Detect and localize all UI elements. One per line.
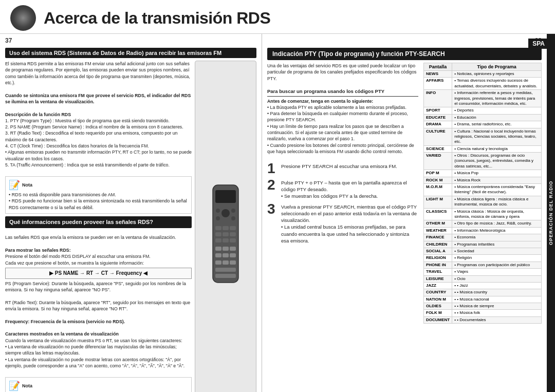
section2-cada-vez: Cada vez que presione el botón, se muest… [5, 260, 192, 266]
pty-code: INFO [424, 90, 452, 107]
svg-rect-12 [230, 232, 236, 236]
svg-rect-16 [215, 247, 221, 251]
antes-item0: • La Búsqueda PTY es aplicable solamente… [267, 104, 418, 110]
pty-table-row: FINANCE• Economía [424, 234, 542, 241]
pty-code: POP M [424, 170, 452, 177]
pty-table-row: CLASSICS• Música clásica : Música de orq… [424, 208, 542, 220]
pty-desc: • Música contemporánea considerada "Easy… [452, 184, 542, 196]
pty-desc: • Religión [452, 255, 542, 262]
svg-rect-8 [223, 226, 229, 230]
pty-desc: • Información Meteorológica [452, 227, 542, 234]
formula-arrow: ▶ [49, 270, 53, 276]
pty-code: OLDIES [424, 303, 452, 310]
pty-table-row: VARIED• Otros : Discursos, programas de … [424, 153, 542, 170]
section2-char-item1: • La ventana de visualización no puede d… [5, 344, 192, 357]
pty-code: COUNTRY [424, 289, 452, 296]
pty-desc: • • Música de siempre [452, 303, 542, 310]
pty-code: TRAVEL [424, 269, 452, 275]
pty-desc: • Viajes [452, 269, 542, 275]
pty-code: CULTURE [424, 128, 452, 145]
pty-table-row: FOLK M• • Música folk [424, 310, 542, 316]
pty-table-container: Pantalla Tipo de Programa NEWS• Noticias… [423, 63, 542, 389]
pty-table-row: M.O.R.M• Música contemporánea considerad… [424, 184, 542, 196]
page-number-right: 38 [267, 37, 542, 44]
section2-char-item2: • La ventana de visualización no puede m… [5, 357, 192, 369]
pty-table-row: SPORT• Deportes [424, 107, 542, 114]
operation-label: OPERACIÓN DEL RADIO [547, 34, 555, 392]
nota2-box: 📝 Nota En caso de que se interrumpa la b… [5, 377, 192, 392]
spa-badge: SPA [528, 39, 549, 49]
pty-desc: • Temas diversos incluyendo sucesos de a… [452, 78, 542, 90]
page-title: Acerca de la transmisión RDS [44, 9, 270, 28]
pty-code: LEISURE [424, 275, 452, 282]
svg-rect-1 [215, 190, 236, 203]
nota2-icon: 📝 [9, 380, 20, 392]
pty-code: CLASSICS [424, 208, 452, 220]
pty-desc: • Música Rock [452, 177, 542, 183]
pty-table-row: INFO• Información referente a pesos y me… [424, 90, 542, 107]
svg-rect-10 [215, 232, 221, 236]
pty-table-row: RELIGION• Religión [424, 255, 542, 262]
step2: 2 Pulse PTY + o PTY – hasta que en la pa… [267, 178, 418, 200]
pty-desc: • Economía [452, 234, 542, 241]
pty-code: DOCUMENT [424, 316, 452, 323]
section1-header: Uso del sistema RDS (Sistema de Datos de… [5, 48, 256, 58]
logo-icon [10, 5, 36, 31]
pty-desc: • Música clásica : Música de orquesta, s… [452, 208, 542, 220]
right-main-content: Una de las ventajas del servicio RDS es … [267, 63, 418, 389]
pty-table-row: NATION M• • Música nacional [424, 296, 542, 303]
nota1-icon: 📝 [9, 179, 20, 192]
section1-intro: El sistema RDS permite a las emisoras FM… [5, 61, 192, 86]
pty-desc: • Sociedad [452, 248, 542, 254]
formula-box: ▶ PS NAME → RT → CT → Frequency ◀ [5, 268, 192, 279]
page-header: Acerca de la transmisión RDS [0, 0, 555, 34]
pty-col-pantalla: Pantalla [424, 63, 452, 71]
pty-table-row: DOCUMENT• • Documentales [424, 316, 542, 323]
pty-table-row: CHILDREN• Programas infantiles [424, 241, 542, 248]
svg-rect-22 [215, 260, 221, 265]
pty-table-row: OTHER M• Otro tipo de música : Jazz, R&B… [424, 220, 542, 227]
section2-caracteres-text: Cuando la ventana de visualización muest… [5, 338, 192, 344]
svg-rect-26 [215, 274, 236, 278]
section1-content: El sistema RDS permite a las emisoras FM… [5, 61, 192, 392]
pty-table-row: WEATHER• Información Meteorológica [424, 227, 542, 234]
pty-table-row: SCIENCE• Ciencia natural y tecnología [424, 145, 542, 152]
svg-rect-19 [215, 253, 221, 257]
formula-arrow2: ◀ [143, 270, 147, 276]
svg-rect-11 [223, 232, 229, 236]
pty-table: Pantalla Tipo de Programa NEWS• Noticias… [423, 63, 542, 324]
pty-code: NEWS [424, 71, 452, 78]
section2-freq: Frequency: Frecuencia de la emisora (ser… [5, 319, 192, 325]
svg-rect-14 [223, 238, 229, 242]
step3: 3 Vuelva a presionar PTY SEARCH, mientra… [267, 202, 418, 245]
pty-table-row: OLDIES• • Música de siempre [424, 303, 542, 310]
pty-code: CHILDREN [424, 241, 452, 248]
pty-desc: • Noticias, opiniones y reportajes [452, 71, 542, 78]
pty-code: NATION M [424, 296, 452, 303]
svg-rect-25 [215, 268, 236, 272]
pty-code: FINANCE [424, 234, 452, 241]
nota1-item2: • RDS puede no funcionar bien si la emis… [9, 198, 188, 211]
section1-desc-header: Descripción de la función RDS [5, 111, 192, 118]
pty-code: PHONE IN [424, 262, 452, 268]
pty-code: SOCIAL A [424, 248, 452, 254]
section2-intro: Las señales RDS que envía la emisora se … [5, 234, 192, 240]
pty-desc: • • Música country [452, 289, 542, 296]
pty-code: OTHER M [424, 220, 452, 227]
pty-desc: • Otros : Discursos, programas de ocio (… [452, 153, 542, 170]
pty-desc: • Ocio [452, 275, 542, 282]
svg-point-2 [221, 209, 230, 217]
nota1-box: 📝 Nota • RDS no está disponible para tra… [5, 176, 192, 214]
antes-item1: • Para detener la búsqueda en cualquier … [267, 110, 418, 123]
pty-code: DRAMA [424, 121, 452, 128]
right-intro: Una de las ventajas del servicio RDS es … [267, 63, 418, 82]
pty-table-row: TRAVEL• Viajes [424, 269, 542, 275]
svg-rect-21 [230, 253, 236, 257]
pty-desc: • Educación [452, 114, 542, 121]
pty-table-row: POP M• Música Pop [424, 170, 542, 177]
remote-svg [205, 182, 246, 285]
section2-caracteres-header: Caracteres mostrados en la ventana de vi… [5, 331, 192, 337]
pty-table-row: SOCIAL A• Sociedad [424, 248, 542, 254]
pty-desc: • • Música nacional [452, 296, 542, 303]
pty-code: EDUCATE [424, 114, 452, 121]
